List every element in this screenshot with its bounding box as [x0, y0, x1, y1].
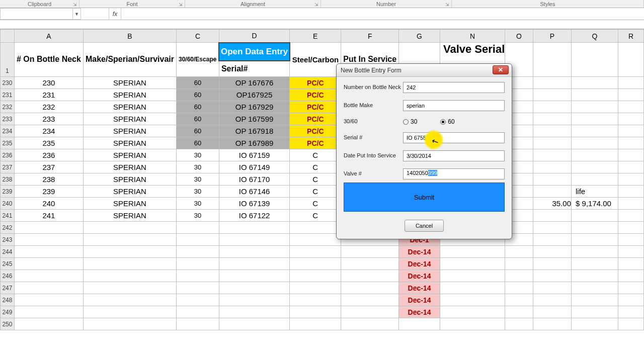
cell[interactable] — [177, 234, 219, 246]
cell[interactable]: 231 — [14, 89, 83, 101]
cell[interactable] — [618, 186, 643, 198]
cell[interactable] — [341, 258, 399, 270]
col-header[interactable]: N — [440, 30, 505, 43]
row-header[interactable]: 249 — [1, 306, 15, 318]
submit-button[interactable]: Submit — [344, 183, 505, 212]
cell[interactable] — [533, 149, 571, 161]
cell[interactable] — [533, 113, 571, 125]
cell[interactable] — [572, 270, 618, 282]
cell[interactable] — [219, 270, 289, 282]
formula-bar[interactable] — [121, 8, 644, 20]
cell[interactable] — [533, 222, 571, 234]
cell[interactable]: 60 — [177, 77, 219, 89]
cell[interactable] — [219, 234, 289, 246]
cell[interactable] — [618, 125, 643, 137]
col-header[interactable]: A — [14, 30, 83, 43]
cell[interactable] — [341, 282, 399, 294]
insert-function-button[interactable]: fx — [109, 8, 121, 20]
header-cell[interactable]: Steel/Carbon — [290, 43, 341, 77]
row-header[interactable]: 240 — [1, 198, 15, 210]
cell[interactable] — [341, 294, 399, 306]
cell[interactable] — [83, 270, 176, 282]
cell[interactable] — [533, 186, 571, 198]
row-header[interactable]: 234 — [1, 125, 15, 137]
cell[interactable] — [505, 258, 533, 270]
cell[interactable]: SPERIAN — [83, 186, 176, 198]
row-header[interactable]: 235 — [1, 137, 15, 149]
row-header[interactable]: 232 — [1, 101, 15, 113]
cell[interactable] — [572, 137, 618, 149]
cell[interactable]: SPERIAN — [83, 137, 176, 149]
cell[interactable] — [219, 294, 289, 306]
cell[interactable] — [440, 282, 505, 294]
dialog-launcher-icon[interactable]: ⇲ — [73, 2, 77, 7]
cell[interactable] — [618, 198, 643, 210]
cell[interactable] — [290, 270, 341, 282]
cell[interactable]: C — [290, 198, 341, 210]
cell[interactable] — [572, 101, 618, 113]
cell[interactable] — [219, 222, 289, 234]
cell[interactable] — [572, 282, 618, 294]
cell[interactable]: IO 67159 — [219, 149, 289, 161]
header-cell[interactable]: Serial# — [219, 61, 289, 77]
row-header[interactable]: 230 — [1, 77, 15, 89]
cell[interactable]: 235 — [14, 137, 83, 149]
row-header[interactable]: 231 — [1, 89, 15, 101]
cell[interactable] — [14, 234, 83, 246]
cell[interactable]: 60 — [177, 113, 219, 125]
cell[interactable] — [618, 294, 643, 306]
cell[interactable] — [219, 282, 289, 294]
cell[interactable] — [618, 161, 643, 173]
row-header[interactable]: 245 — [1, 258, 15, 270]
cell[interactable] — [533, 234, 571, 246]
cell[interactable] — [618, 101, 643, 113]
row-header[interactable]: 241 — [1, 210, 15, 222]
cell[interactable]: 230 — [14, 77, 83, 89]
cell[interactable]: 30 — [177, 198, 219, 210]
cell[interactable] — [399, 318, 440, 330]
cell[interactable] — [83, 294, 176, 306]
cell[interactable]: IO 67146 — [219, 186, 289, 198]
col-header[interactable]: E — [290, 30, 341, 43]
cell[interactable]: Dec-14 — [399, 258, 440, 270]
cell[interactable] — [219, 306, 289, 318]
cell[interactable] — [83, 318, 176, 330]
cell[interactable] — [14, 282, 83, 294]
cell[interactable]: SPERIAN — [83, 198, 176, 210]
cell[interactable] — [14, 306, 83, 318]
ribbon-group-alignment[interactable]: Alignment⇲ — [185, 0, 321, 8]
cell[interactable]: SPERIAN — [83, 113, 176, 125]
cell[interactable] — [505, 318, 533, 330]
cell[interactable] — [83, 234, 176, 246]
cell[interactable] — [177, 294, 219, 306]
cell[interactable]: C — [290, 173, 341, 186]
cell[interactable]: 30 — [177, 210, 219, 222]
cell[interactable] — [533, 173, 571, 186]
spreadsheet-grid[interactable]: A B C D E F G N O P Q R 1 # On Bottle Ne… — [0, 29, 644, 330]
cell[interactable]: 232 — [14, 101, 83, 113]
dialog-titlebar[interactable]: New Bottle Entry Form ✕ — [337, 64, 512, 77]
cell[interactable] — [177, 246, 219, 258]
name-box-dropdown-icon[interactable]: ▼ — [73, 8, 81, 20]
select-all-corner[interactable] — [1, 30, 15, 43]
cell[interactable] — [290, 306, 341, 318]
cell[interactable]: SPERIAN — [83, 210, 176, 222]
cell[interactable] — [618, 234, 643, 246]
dialog-launcher-icon[interactable]: ⇲ — [314, 2, 318, 7]
cell[interactable]: IO 67139 — [219, 198, 289, 210]
cell[interactable]: 60 — [177, 125, 219, 137]
cell[interactable] — [177, 270, 219, 282]
cell[interactable] — [505, 306, 533, 318]
col-header[interactable]: B — [83, 30, 176, 43]
cell[interactable]: SPERIAN — [83, 101, 176, 113]
cell[interactable] — [533, 258, 571, 270]
cell[interactable] — [290, 222, 341, 234]
cell[interactable] — [440, 306, 505, 318]
cell[interactable]: 30 — [177, 149, 219, 161]
cell[interactable] — [290, 294, 341, 306]
cell[interactable] — [533, 270, 571, 282]
radio-60[interactable]: 60 — [440, 118, 454, 125]
column-header-row[interactable]: A B C D E F G N O P Q R — [1, 30, 644, 43]
cell[interactable] — [618, 246, 643, 258]
cell[interactable] — [290, 282, 341, 294]
